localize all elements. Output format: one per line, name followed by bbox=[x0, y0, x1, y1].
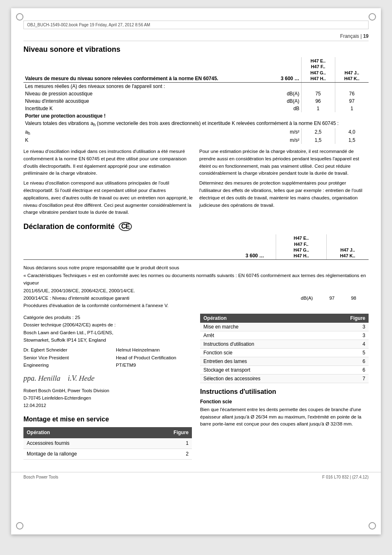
header-bar: OBJ_BUCH-1549-002.book Page 19 Friday, A… bbox=[23, 21, 369, 29]
footer-left: Bosch Power Tools bbox=[23, 475, 58, 479]
table-row: ah m/s² 2,5 4,0 bbox=[23, 128, 369, 136]
table-row: Incertitude K dB 1 1 bbox=[23, 105, 369, 112]
op-name: Sélection des accessoires bbox=[200, 374, 326, 383]
acoustic-guarantee-text: 2000/14/CE : Niveau d'intensité acoustiq… bbox=[23, 294, 129, 302]
acoustic-v2: 98 bbox=[351, 294, 356, 302]
meas-k-label: K bbox=[23, 136, 276, 144]
declaration-right-col: Opération Figure Mise en marche3Arrêt3In… bbox=[200, 314, 369, 460]
meas-vibration-header: Valeurs totales des vibrations ah (somme… bbox=[23, 120, 369, 128]
person1-title: Senior Vice President bbox=[23, 354, 99, 361]
op-figure: 3 bbox=[326, 331, 369, 340]
table-row: Niveau d'intensité acoustique dB(A) 96 9… bbox=[23, 97, 369, 105]
person1-col: Dr. Egbert Schneider Senior Vice Preside… bbox=[23, 346, 99, 369]
op-name: Instructions d'utilisation bbox=[200, 340, 326, 348]
meas-unit-3: dB(A) bbox=[276, 97, 301, 105]
montage-col-operation: Opération bbox=[23, 427, 145, 438]
ce-measurement-table: 3 600 … H47 E..H47 F..H47 G..H47 H.. H47… bbox=[23, 234, 369, 260]
meas-v2-2: 76 bbox=[335, 90, 369, 97]
meas-ah-unit: m/s² bbox=[276, 128, 301, 136]
page-content: Français | 19 Niveau sonore et vibration… bbox=[11, 29, 381, 468]
declaration-op-table: Opération Figure Mise en marche3Arrêt3In… bbox=[200, 314, 369, 383]
person2-title: Head of Product Certification bbox=[116, 354, 192, 361]
meas-label-1: Les mesures réelles (A) des niveaux sono… bbox=[23, 83, 276, 90]
meas-v2-3: 97 bbox=[335, 97, 369, 105]
meas-col-h47e: H47 E..H47 F..H47 G..H47 H.. bbox=[301, 57, 335, 83]
table-row: K m/s² 1,5 1,5 bbox=[23, 136, 369, 144]
meas-v2-4: 1 bbox=[335, 105, 369, 112]
bottom-section: Catégorie des produits : 25 Dossier tech… bbox=[23, 314, 369, 460]
table-row: Sélection des accessoires7 bbox=[200, 374, 369, 383]
instructions-section: Instructions d'utilisation Fonction scie… bbox=[200, 388, 369, 428]
op-figure: 6 bbox=[326, 365, 369, 374]
table-row: Instructions d'utilisation4 bbox=[200, 340, 369, 348]
table-row: Porter une protection acoustique ! bbox=[23, 112, 369, 120]
montage-table-header: Opération Figure bbox=[23, 427, 192, 438]
ce-col-spacer bbox=[23, 234, 234, 260]
montage-op-table: Opération Figure Accessoires fournis1Mon… bbox=[23, 427, 192, 460]
instructions-subsection: Fonction scie bbox=[200, 399, 369, 405]
page: OBJ_BUCH-1549-002.book Page 19 Friday, A… bbox=[11, 8, 381, 534]
meas-unit-4: dB bbox=[276, 105, 301, 112]
meas-v1-1 bbox=[301, 83, 335, 90]
meas-col-h47j: H47 J..H47 K.. bbox=[335, 57, 369, 83]
declaration-left-col: Catégorie des produits : 25 Dossier tech… bbox=[23, 314, 192, 460]
meas-label-4: Incertitude K bbox=[23, 105, 276, 112]
table-row: Fonction scie5 bbox=[200, 348, 369, 357]
footer-right: F 016 L70 832 | (27.4.12) bbox=[322, 475, 369, 479]
op-name: Arrêt bbox=[200, 331, 326, 340]
person2-col: Helmut Heinzelmann Head of Product Certi… bbox=[116, 346, 192, 369]
niveau-sonore-title: Niveau sonore et vibrations bbox=[23, 45, 369, 54]
person1-name: Dr. Egbert Schneider bbox=[23, 346, 99, 354]
table-row: Les mesures réelles (A) des niveaux sono… bbox=[23, 83, 369, 90]
meas-unit-1 bbox=[276, 83, 301, 90]
person1-dept: Engineering bbox=[23, 361, 99, 369]
meas-unit-2: dB(A) bbox=[276, 90, 301, 97]
corner-mark-tl bbox=[16, 13, 23, 21]
ce-mark: CE bbox=[119, 222, 132, 231]
company-info: Robert Bosch GmbH, Power Tools Division … bbox=[23, 387, 192, 409]
ce-col-h47j: H47 J..H47 K.. bbox=[327, 234, 369, 260]
lang-line: Français | 19 bbox=[23, 33, 369, 41]
measurement-table: Valeurs de mesure du niveau sonore relev… bbox=[23, 57, 369, 144]
instructions-title: Instructions d'utilisation bbox=[200, 388, 369, 395]
op-name: Accessoires fournis bbox=[23, 438, 145, 449]
table-row: Montage de la rallonge2 bbox=[23, 449, 192, 460]
op-figure: 5 bbox=[326, 348, 369, 357]
corner-mark-br bbox=[369, 522, 376, 530]
ce-header-row: 3 600 … H47 E..H47 F..H47 G..H47 H.. H47… bbox=[23, 234, 369, 260]
acoustic-unit: dB(A) bbox=[301, 294, 313, 302]
decl-col-operation: Opération bbox=[200, 314, 326, 323]
ce-col-3600: 3 600 … bbox=[234, 234, 276, 260]
declaration-title-text: Déclaration de conformité bbox=[23, 222, 115, 231]
op-name: Montage de la rallonge bbox=[23, 449, 145, 460]
meas-k-unit: m/s² bbox=[276, 136, 301, 144]
meas-col-3600: 3 600 … bbox=[276, 57, 301, 83]
instructions-text: Bien que l'écartement entre les dents pe… bbox=[200, 406, 369, 428]
table-row: Mise en marche3 bbox=[200, 323, 369, 331]
meas-v1-3: 96 bbox=[301, 97, 335, 105]
person2-dept: PT/ETM9 bbox=[116, 361, 192, 369]
op-name: Mise en marche bbox=[200, 323, 326, 331]
op-figure: 2 bbox=[145, 449, 192, 460]
montage-section: Montage et mise en service Opération Fig… bbox=[23, 414, 192, 460]
op-figure: 7 bbox=[326, 374, 369, 383]
person2-name: Helmut Heinzelmann bbox=[116, 346, 192, 354]
meas-v1-2: 75 bbox=[301, 90, 335, 97]
acoustic-values: dB(A) 97 98 bbox=[301, 294, 356, 302]
meas-v2-1 bbox=[335, 83, 369, 90]
op-name: Fonction scie bbox=[200, 348, 326, 357]
table-row: Arrêt3 bbox=[200, 331, 369, 340]
header-bar-text: OBJ_BUCH-1549-002.book Page 19 Friday, A… bbox=[27, 23, 150, 27]
categorie-text: Catégorie des produits : 25 bbox=[23, 314, 192, 321]
table-row: Niveau de pression acoustique dB(A) 75 7… bbox=[23, 90, 369, 97]
corner-mark-bl bbox=[16, 522, 23, 530]
declaration-title: Déclaration de conformité CE bbox=[23, 222, 369, 231]
lang-page: 19 bbox=[363, 33, 369, 39]
table-row: Entretien des lames6 bbox=[200, 357, 369, 365]
meas-warning: Porter une protection acoustique ! bbox=[23, 112, 369, 120]
op-figure: 6 bbox=[326, 357, 369, 365]
table-row: Valeurs totales des vibrations ah (somme… bbox=[23, 120, 369, 128]
measurement-header-row: Valeurs de mesure du niveau sonore relev… bbox=[23, 57, 369, 83]
signature-text: ppa. Henilla i.V. Hede bbox=[23, 372, 192, 384]
lang-text: Français | bbox=[340, 33, 363, 39]
